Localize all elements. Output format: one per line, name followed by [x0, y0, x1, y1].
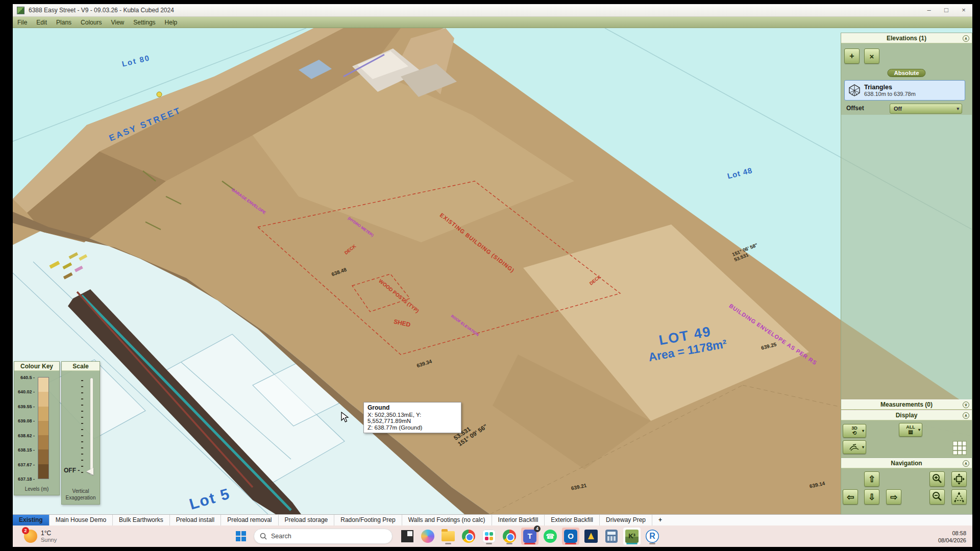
tab-existing[interactable]: Existing [13, 515, 50, 525]
tab-preload-install[interactable]: Preload install [170, 515, 221, 525]
measurements-section-header[interactable]: Measurements (0) ∨ [841, 399, 972, 410]
view-mode-button[interactable]: 3D ⟲ ▾ [843, 424, 866, 438]
absolute-mode-badge[interactable]: Absolute [887, 69, 925, 77]
taskbar-icon-chrome[interactable] [460, 528, 477, 545]
search-icon [260, 533, 267, 540]
menu-help[interactable]: Help [160, 17, 182, 28]
taskbar-icon-photos[interactable] [399, 528, 416, 545]
weather-widget[interactable]: 2 1°C Sunny [24, 530, 57, 543]
orbit-icon [953, 491, 965, 503]
orbit-button[interactable] [951, 489, 967, 505]
navigation-section-header[interactable]: Navigation ∧ [841, 458, 972, 468]
scale-panel: Scale OFF Vertical Exaggeration [61, 361, 100, 505]
level-label: 639.55 [18, 404, 35, 409]
weather-condition: Sunny [41, 537, 57, 543]
zoom-in-icon [932, 473, 943, 485]
start-button[interactable] [234, 529, 248, 543]
tab-radon-footing-prep[interactable]: Radon/Footing Prep [334, 515, 402, 525]
menu-plans[interactable]: Plans [52, 17, 76, 28]
triangles-elevation-item[interactable]: Triangles 638.10m to 639.78m [844, 80, 965, 101]
collapse-chevron-icon[interactable]: ∧ [963, 35, 969, 42]
taskbar-icon-calculator[interactable] [603, 528, 620, 545]
minimize-button[interactable]: – [920, 5, 938, 16]
zoom-out-icon [932, 491, 943, 503]
taskbar-clock[interactable]: 08:58 08/04/2026 [938, 530, 966, 544]
display-section-header[interactable]: Display ∧ [841, 410, 972, 420]
chrome-icon [462, 530, 475, 543]
ground-tooltip: Ground X: 502,350.13mE, Y: 5,552,771.89m… [363, 402, 461, 433]
add-tab-button[interactable]: + [652, 515, 668, 525]
taskbar-icon-copilot[interactable] [419, 528, 436, 545]
menu-file[interactable]: File [13, 17, 32, 28]
colour-key-panel: Colour Key 640.5 640.02 639.55 639.08 63… [14, 361, 60, 495]
taskbar-icon-chrome-profile[interactable] [501, 528, 518, 545]
layers-mode-button[interactable]: ALL ▤ ▾ [899, 423, 922, 437]
menu-view[interactable]: View [106, 17, 129, 28]
elevation-item-name: Triangles [864, 84, 916, 91]
menu-edit[interactable]: Edit [32, 17, 52, 28]
tab-preload-storage[interactable]: Preload storage [279, 515, 335, 525]
tab-preload-removal[interactable]: Preload removal [221, 515, 278, 525]
zoom-out-button[interactable] [929, 489, 945, 505]
taskbar-icon-outlook[interactable]: O [562, 528, 579, 545]
vertical-exaggeration-slider[interactable] [90, 378, 93, 475]
pan-left-button[interactable]: ⇦ [843, 489, 858, 505]
delete-elevation-button[interactable]: × [864, 48, 879, 64]
file-explorer-icon [442, 531, 455, 541]
expand-chevron-icon[interactable]: ∨ [963, 402, 969, 408]
taskbar-icon-revu[interactable]: R [644, 528, 661, 545]
surface-style-button[interactable]: ▾ [843, 440, 866, 454]
collapse-chevron-icon[interactable]: ∧ [963, 460, 969, 467]
elevations-body: + × Absolute Triangles 638.10m to 639.78… [841, 43, 972, 115]
tab-driveway-prep[interactable]: Driveway Prep [600, 515, 652, 525]
pan-down-button[interactable]: ⇩ [864, 489, 879, 505]
offset-dropdown[interactable]: Off ▾ [890, 104, 962, 114]
taskbar-icon-explorer[interactable] [439, 528, 457, 545]
maximize-button[interactable]: □ [938, 5, 955, 16]
taskbar-icon-kubla[interactable]: K³ [623, 528, 641, 545]
tab-interior-backfill[interactable]: Interior Backfill [492, 515, 545, 525]
zoom-in-button[interactable] [929, 471, 945, 487]
level-label: 638.15 [18, 447, 35, 453]
kubla-cubed-icon: K³ [625, 530, 639, 543]
clock-time: 08:58 [938, 530, 966, 537]
tab-bulk-earthworks[interactable]: Bulk Earthworks [113, 515, 170, 525]
levels-caption: Levels (m) [14, 486, 59, 492]
windows-logo-icon [236, 531, 246, 541]
3d-viewport[interactable]: Lot 80 EASY STREET Lot 48 LOT 49 Area = … [13, 28, 972, 514]
collapse-chevron-icon[interactable]: ∧ [963, 412, 969, 419]
pan-up-button[interactable]: ⇧ [864, 471, 879, 487]
taskbar-icon-teams[interactable]: T 4 [521, 528, 538, 545]
chrome-profile-icon [503, 530, 516, 543]
elevations-section-header[interactable]: Elevations (1) ∧ [841, 33, 972, 43]
tooltip-title: Ground [368, 404, 457, 411]
close-button[interactable]: × [955, 5, 972, 16]
slider-thumb[interactable] [86, 468, 93, 475]
pan-right-button[interactable]: ⇨ [886, 489, 901, 505]
photos-icon [401, 530, 413, 542]
taskbar-icon-civil3d[interactable] [582, 528, 600, 545]
taskbar-icon-slack[interactable] [480, 528, 498, 545]
grid-toggle-icon[interactable] [952, 441, 967, 455]
scale-ticks [81, 380, 83, 473]
bluebeam-revu-icon: R [646, 530, 659, 543]
menu-colours[interactable]: Colours [76, 17, 106, 28]
tab-main-house-demo[interactable]: Main House Demo [50, 515, 113, 525]
menu-settings[interactable]: Settings [129, 17, 160, 28]
display-body: 3D ⟲ ▾ ALL ▤ ▾ ▾ [841, 420, 972, 458]
contours-icon [849, 443, 860, 452]
slack-icon [482, 530, 496, 543]
level-label: 640.5 [20, 375, 35, 380]
chevron-down-icon: ▾ [862, 445, 864, 449]
taskbar-icon-whatsapp[interactable]: ☎ [542, 528, 559, 545]
terrain-3d-view[interactable] [13, 28, 972, 514]
taskbar-search[interactable]: Search [254, 529, 393, 544]
add-elevation-button[interactable]: + [844, 48, 860, 64]
chevron-down-icon: ▾ [862, 429, 864, 433]
scale-caption: Vertical Exaggeration [62, 488, 100, 501]
tab-exterior-backfill[interactable]: Exterior Backfill [545, 515, 600, 525]
zoom-extents-button[interactable] [951, 471, 967, 487]
tab-walls-and-footings[interactable]: Walls and Footings (no calc) [402, 515, 492, 525]
scale-title: Scale [62, 362, 100, 371]
clock-date: 08/04/2026 [938, 537, 966, 544]
